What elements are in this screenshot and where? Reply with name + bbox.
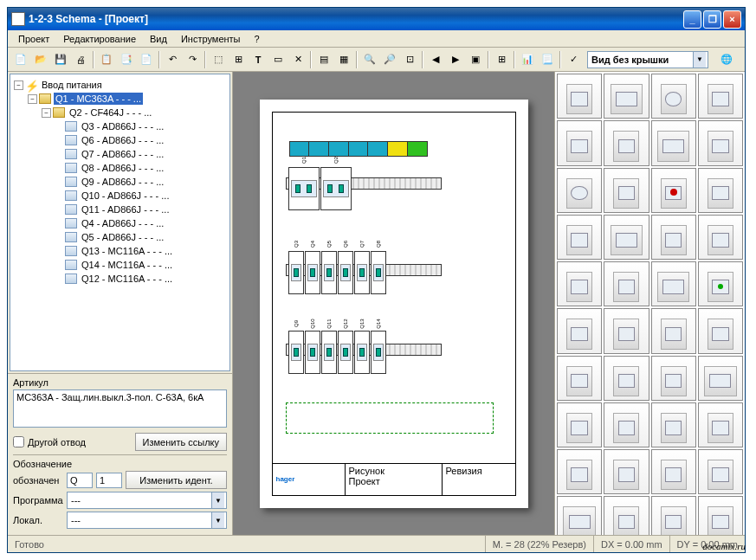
open-icon[interactable]: 📂 — [31, 50, 50, 69]
redo-icon[interactable]: ↷ — [183, 50, 202, 69]
device-q8[interactable]: Q8 — [371, 251, 386, 294]
designation-prefix-input[interactable] — [67, 473, 93, 488]
delete-icon[interactable]: ✕ — [288, 50, 307, 69]
device-q7[interactable]: Q7 — [354, 251, 370, 294]
palette-item[interactable] — [698, 356, 743, 401]
palette-item[interactable] — [557, 215, 602, 260]
tree-item[interactable]: Q6 - AD866J - - - ... — [80, 134, 165, 146]
tool-d-icon[interactable]: ▤ — [314, 50, 333, 69]
device-q10[interactable]: Q10 — [305, 331, 320, 374]
palette-item[interactable] — [698, 168, 743, 213]
article-input[interactable]: MC363A - Защ.лин.выкл.3-пол. C-63A, 6кА — [13, 389, 227, 428]
tool-c-icon[interactable]: ▭ — [268, 50, 288, 69]
designation-number-input[interactable] — [96, 473, 122, 488]
tree-toggle[interactable]: − — [42, 108, 51, 118]
palette-item[interactable] — [557, 308, 602, 353]
tree-item[interactable]: Q7 - AD866J - - - ... — [80, 148, 165, 160]
page-prev-icon[interactable]: ◀ — [426, 50, 445, 69]
page-add-icon[interactable]: ▣ — [466, 50, 485, 69]
edit-link-button[interactable]: Изменить ссылку — [135, 433, 227, 451]
tool-b-icon[interactable]: ⊞ — [229, 50, 248, 69]
palette-item[interactable] — [651, 261, 696, 306]
other-tap-checkbox[interactable] — [13, 436, 24, 447]
palette-item[interactable] — [651, 449, 696, 494]
palette-item[interactable] — [604, 402, 649, 447]
text-icon[interactable]: T — [249, 50, 268, 69]
palette-item[interactable] — [651, 496, 696, 535]
menu-view[interactable]: Вид — [143, 32, 174, 46]
tree-item[interactable]: Q11 - AD866J - - - ... — [80, 203, 171, 216]
palette-item[interactable] — [604, 449, 649, 494]
menu-help[interactable]: ? — [248, 32, 267, 46]
zoom-in-icon[interactable]: 🔍 — [360, 50, 379, 69]
tool-e-icon[interactable]: ▦ — [334, 50, 353, 69]
palette-item[interactable] — [604, 168, 649, 213]
device-q5[interactable]: Q5 — [321, 251, 337, 294]
palette-item[interactable] — [698, 215, 743, 260]
palette-item[interactable] — [651, 215, 696, 260]
tree-item[interactable]: Q2 - CF464J - - - ... — [68, 106, 153, 119]
device-q1[interactable]: Q1 — [288, 167, 320, 210]
tree-toggle[interactable]: − — [28, 94, 37, 104]
device-q2[interactable]: Q2 — [320, 167, 352, 210]
tree-item[interactable]: Q10 - AD866J - - - ... — [80, 190, 171, 202]
palette-item[interactable] — [651, 74, 696, 119]
maximize-button[interactable]: ❐ — [703, 10, 721, 29]
tree-root[interactable]: Ввод питания — [40, 79, 104, 91]
palette-item[interactable] — [698, 449, 743, 494]
palette-item[interactable] — [604, 261, 649, 306]
list-icon[interactable]: 📃 — [538, 50, 557, 69]
device-q12[interactable]: Q12 — [338, 331, 353, 374]
tree-item[interactable]: Q8 - AD866J - - - ... — [80, 162, 165, 174]
palette-item[interactable] — [698, 261, 743, 306]
device-q11[interactable]: Q11 — [321, 331, 337, 374]
check-icon[interactable]: ✓ — [564, 50, 583, 69]
menu-project[interactable]: Проект — [11, 32, 56, 46]
grid-icon[interactable]: ⊞ — [492, 50, 511, 69]
tree-item[interactable]: Q9 - AD866J - - - ... — [80, 176, 165, 188]
palette-item[interactable] — [557, 261, 602, 306]
program-select[interactable]: --- — [67, 492, 227, 509]
minimize-button[interactable]: _ — [683, 10, 701, 29]
canvas[interactable]: Q1 Q2 Q3Q4Q5Q6Q7Q8 Q9Q10Q11Q12Q13Q14 hag… — [233, 72, 554, 535]
palette-item[interactable] — [698, 402, 743, 447]
tree-item[interactable]: Q5 - AD866J - - - ... — [80, 231, 165, 243]
tree-toggle[interactable]: − — [14, 80, 23, 90]
report-icon[interactable]: 📊 — [518, 50, 537, 69]
project-tree[interactable]: − ⚡ Ввод питания − Q1 - MC363A - - - ...… — [10, 74, 230, 371]
device-q3[interactable]: Q3 — [288, 251, 304, 294]
palette-item[interactable] — [698, 120, 743, 165]
menu-tools[interactable]: Инструменты — [174, 32, 248, 46]
palette-item[interactable] — [604, 74, 649, 119]
tool-a-icon[interactable]: ⬚ — [209, 50, 228, 69]
palette-item[interactable] — [698, 308, 743, 353]
palette-item[interactable] — [651, 120, 696, 165]
device-q14[interactable]: Q14 — [371, 331, 386, 374]
palette-item[interactable] — [557, 496, 602, 535]
palette-item[interactable] — [557, 168, 602, 213]
tree-item[interactable]: Q3 - AD866J - - - ... — [80, 120, 165, 132]
duplicate-icon[interactable]: 📑 — [117, 50, 136, 69]
palette-item[interactable] — [557, 120, 602, 165]
palette-item[interactable] — [651, 168, 696, 213]
component-palette[interactable] — [554, 72, 745, 535]
palette-item[interactable] — [604, 215, 649, 260]
tree-item[interactable]: Q13 - MC116A - - - ... — [80, 245, 174, 257]
new-icon[interactable]: 📄 — [11, 50, 30, 69]
close-button[interactable]: × — [723, 10, 741, 29]
device-q6[interactable]: Q6 — [338, 251, 353, 294]
print-icon[interactable]: 🖨 — [71, 50, 90, 69]
palette-item[interactable] — [604, 308, 649, 353]
palette-item[interactable] — [651, 356, 696, 401]
tree-item[interactable]: Q4 - AD866J - - - ... — [80, 217, 165, 229]
copy-icon[interactable]: 📋 — [97, 50, 116, 69]
device-q13[interactable]: Q13 — [354, 331, 370, 374]
palette-item[interactable] — [604, 120, 649, 165]
save-icon[interactable]: 💾 — [51, 50, 70, 69]
device-q4[interactable]: Q4 — [305, 251, 320, 294]
tree-item-selected[interactable]: Q1 - MC363A - - - ... — [54, 93, 143, 105]
tree-item[interactable]: Q12 - MC116A - - - ... — [80, 273, 174, 285]
device-q9[interactable]: Q9 — [288, 331, 304, 374]
palette-item[interactable] — [557, 402, 602, 447]
tree-item[interactable]: Q14 - MC116A - - - ... — [80, 259, 174, 271]
